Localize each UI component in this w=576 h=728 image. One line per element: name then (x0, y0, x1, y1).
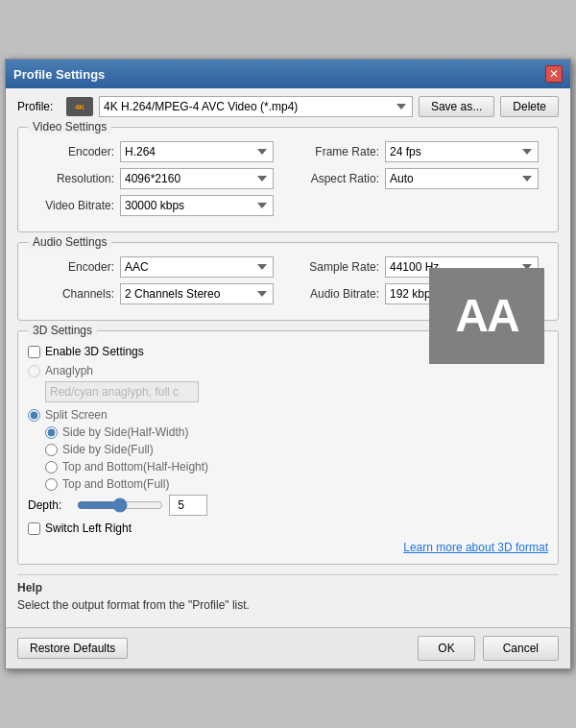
video-col-left: Encoder: H.264 H.265 MPEG-4 Resolution: … (28, 141, 283, 222)
side-by-side-full-radio[interactable] (45, 444, 58, 456)
switch-lr-label[interactable]: Switch Left Right (45, 522, 132, 535)
video-settings-title: Video Settings (28, 120, 111, 133)
audio-bitrate-label: Audio Bitrate: (293, 287, 379, 301)
profile-select[interactable]: 4K H.264/MPEG-4 AVC Video (*.mp4) (99, 96, 413, 117)
anaglyph-type-select[interactable]: Red/cyan anaglyph, full color (45, 381, 199, 402)
frame-rate-row: Frame Rate: 24 fps 30 fps 60 fps (293, 141, 548, 162)
side-by-side-half-label[interactable]: Side by Side(Half-Width) (62, 425, 188, 439)
profile-icon: 4K (66, 97, 93, 116)
learn-more-link[interactable]: Learn more about 3D format (403, 541, 548, 554)
split-screen-radio[interactable] (28, 409, 40, 422)
side-by-side-half-row: Side by Side(Half-Width) (45, 425, 548, 439)
footer-right: OK Cancel (418, 636, 559, 661)
dialog-container: Profile Settings ✕ Profile: 4K 4K H.264/… (5, 59, 571, 669)
top-bottom-full-label[interactable]: Top and Bottom(Full) (62, 477, 169, 491)
switch-lr-row: Switch Left Right (28, 522, 548, 535)
profile-row: Profile: 4K 4K H.264/MPEG-4 AVC Video (*… (17, 96, 559, 117)
video-settings-section: Video Settings Encoder: H.264 H.265 MPEG… (17, 127, 559, 232)
help-section: Help Select the output format from the "… (17, 574, 559, 612)
video-bitrate-label: Video Bitrate: (28, 199, 114, 212)
split-screen-row: Split Screen (28, 408, 548, 422)
learn-more-row: Learn more about 3D format (28, 541, 548, 554)
help-text: Select the output format from the "Profi… (17, 598, 559, 612)
depth-label: Depth: (28, 498, 71, 512)
sample-rate-label: Sample Rate: (293, 260, 379, 274)
anaglyph-row: Anaglyph (28, 364, 548, 377)
video-bitrate-row: Video Bitrate: 30000 kbps 20000 kbps 100… (28, 195, 283, 216)
side-by-side-full-label[interactable]: Side by Side(Full) (62, 443, 154, 456)
audio-settings-title: Audio Settings (28, 235, 111, 249)
dialog-footer: Restore Defaults OK Cancel (6, 627, 570, 668)
enable-3d-checkbox[interactable] (28, 346, 40, 358)
audio-encoder-row: Encoder: AAC MP3 AC3 (28, 256, 283, 278)
encoder-label: Encoder: (28, 145, 114, 158)
restore-defaults-button[interactable]: Restore Defaults (17, 638, 128, 659)
resolution-select[interactable]: 4096*2160 1920*1080 1280*720 (120, 168, 274, 189)
close-button[interactable]: ✕ (545, 65, 563, 83)
side-by-side-full-row: Side by Side(Full) (45, 443, 548, 456)
channels-label: Channels: (28, 287, 114, 301)
profile-label: Profile: (17, 100, 60, 113)
3d-settings-section: 3D Settings AA Enable 3D Settings Anagly… (17, 330, 559, 565)
3d-preview-box: AA (429, 268, 544, 364)
depth-slider[interactable] (77, 497, 163, 513)
top-bottom-half-radio[interactable] (45, 461, 58, 473)
dialog-body: Profile: 4K 4K H.264/MPEG-4 AVC Video (*… (6, 88, 570, 627)
channels-select[interactable]: 2 Channels Stereo 1 Channel Mono 5.1 Sur… (120, 283, 274, 304)
video-settings-inner: Encoder: H.264 H.265 MPEG-4 Resolution: … (28, 141, 548, 222)
resolution-label: Resolution: (28, 172, 114, 185)
aspect-ratio-select[interactable]: Auto 16:9 4:3 (385, 168, 539, 189)
video-settings-cols: Encoder: H.264 H.265 MPEG-4 Resolution: … (28, 141, 548, 222)
dialog-title: Profile Settings (13, 67, 105, 82)
frame-rate-select[interactable]: 24 fps 30 fps 60 fps (385, 141, 539, 162)
title-bar: Profile Settings ✕ (6, 60, 570, 88)
depth-spinbox[interactable] (169, 495, 207, 516)
depth-row: Depth: (28, 495, 548, 516)
video-bitrate-select[interactable]: 30000 kbps 20000 kbps 10000 kbps (120, 195, 274, 216)
ok-button[interactable]: OK (418, 636, 474, 661)
video-col-right: Frame Rate: 24 fps 30 fps 60 fps Aspect … (293, 141, 548, 222)
encoder-row: Encoder: H.264 H.265 MPEG-4 (28, 141, 283, 162)
split-screen-options: Side by Side(Half-Width) Side by Side(Fu… (45, 425, 548, 491)
side-by-side-half-radio[interactable] (45, 426, 58, 439)
enable-3d-row: Enable 3D Settings (28, 345, 429, 358)
cancel-button[interactable]: Cancel (483, 636, 559, 661)
top-bottom-half-label[interactable]: Top and Bottom(Half-Height) (62, 460, 208, 473)
audio-encoder-select[interactable]: AAC MP3 AC3 (120, 256, 274, 278)
resolution-row: Resolution: 4096*2160 1920*1080 1280*720 (28, 168, 283, 189)
top-bottom-full-radio[interactable] (45, 478, 58, 491)
anaglyph-label[interactable]: Anaglyph (45, 364, 93, 377)
anaglyph-radio[interactable] (28, 365, 40, 377)
top-bottom-full-row: Top and Bottom(Full) (45, 477, 548, 491)
encoder-select[interactable]: H.264 H.265 MPEG-4 (120, 141, 274, 162)
help-title: Help (17, 581, 559, 595)
frame-rate-label: Frame Rate: (293, 145, 379, 158)
split-screen-label[interactable]: Split Screen (45, 408, 108, 422)
audio-encoder-label: Encoder: (28, 260, 114, 274)
3d-settings-title: 3D Settings (28, 324, 97, 337)
switch-lr-checkbox[interactable] (28, 522, 40, 535)
3d-settings-inner: AA Enable 3D Settings Anaglyph Red/cyan … (28, 345, 548, 554)
enable-3d-label[interactable]: Enable 3D Settings (45, 345, 144, 358)
channels-row: Channels: 2 Channels Stereo 1 Channel Mo… (28, 283, 283, 304)
preview-text: AA (455, 293, 517, 339)
audio-col-left: Encoder: AAC MP3 AC3 Channels: 2 Channel… (28, 256, 283, 310)
save-as-button[interactable]: Save as... (419, 96, 494, 117)
aspect-ratio-row: Aspect Ratio: Auto 16:9 4:3 (293, 168, 548, 189)
delete-button[interactable]: Delete (500, 96, 559, 117)
top-bottom-half-row: Top and Bottom(Half-Height) (45, 460, 548, 473)
aspect-ratio-label: Aspect Ratio: (293, 172, 379, 185)
